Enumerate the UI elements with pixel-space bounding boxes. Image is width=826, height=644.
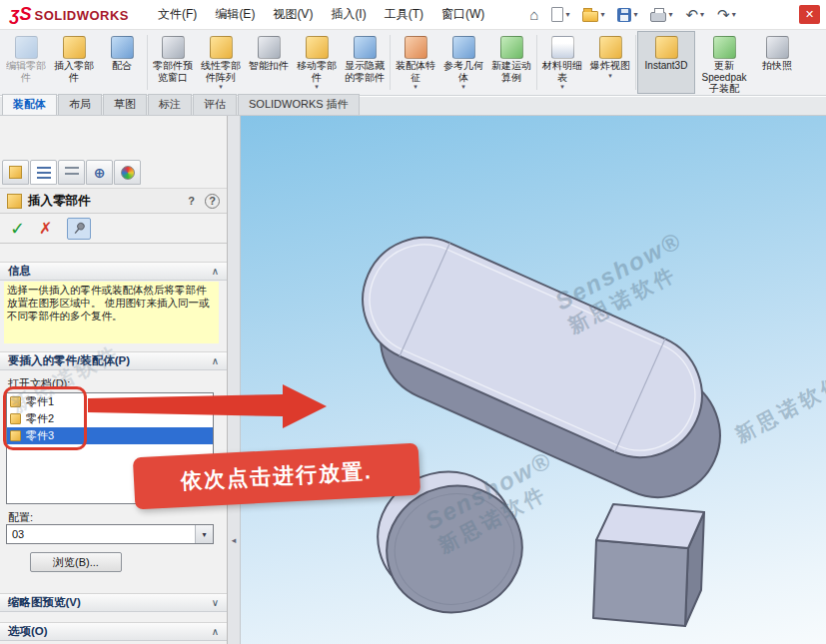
print-button[interactable]: ▾: [648, 5, 674, 24]
menu-insert[interactable]: 插入(I): [322, 0, 375, 30]
pin-help-icon[interactable]: ?: [184, 194, 199, 209]
section-label: 缩略图预览(V): [8, 595, 81, 610]
ribbon-take-snapshot-button[interactable]: 拍快照: [753, 31, 801, 94]
open-folder-icon: [582, 11, 598, 22]
ribbon-label: 显示隐藏的零部件: [343, 60, 387, 83]
solidworks-logo: ʒS SOLIDWORKS: [10, 4, 129, 25]
command-manager-ribbon: 编辑零部件 插入零部件 配合 零部件预览窗口 线性零部件阵列 ▾ 智能扣件 移动…: [0, 30, 826, 96]
chevron-down-icon: ▾: [732, 11, 736, 19]
quick-access-toolbar: ⌂ ▾ ▾ ▾ ▾ ↶ ▾ ↷: [527, 5, 737, 24]
undo-icon: ↶: [685, 7, 698, 22]
chevron-down-icon: ∨: [212, 597, 219, 608]
menu-view[interactable]: 视图(V): [264, 0, 322, 30]
help-icon[interactable]: ?: [205, 194, 220, 209]
part-icon: [10, 396, 21, 407]
menu-tools[interactable]: 工具(T): [376, 0, 432, 30]
cube-part[interactable]: [593, 504, 704, 626]
ribbon-show-hidden-components-button[interactable]: 显示隐藏的零部件: [341, 31, 389, 94]
browse-button[interactable]: 浏览(B)...: [30, 552, 122, 572]
tab-layout[interactable]: 布局: [58, 94, 102, 115]
ribbon-assembly-features-button[interactable]: 装配体特征 ▾: [392, 31, 439, 94]
ribbon-smart-fasteners-button[interactable]: 智能扣件: [245, 31, 293, 94]
chevron-down-icon: ▾: [195, 525, 213, 543]
configuration-dropdown[interactable]: 03 ▾: [6, 524, 214, 544]
feature-manager-tab[interactable]: [2, 160, 29, 185]
menu-edit[interactable]: 编辑(E): [206, 0, 264, 30]
close-button[interactable]: ✕: [799, 5, 820, 24]
ribbon-move-component-button[interactable]: 移动零部件 ▾: [293, 31, 341, 94]
ribbon-linear-component-pattern-button[interactable]: 线性零部件阵列 ▾: [197, 31, 245, 94]
section-header-message[interactable]: 信息 ∧: [0, 262, 227, 281]
dimxpert-manager-tab[interactable]: ⊕: [86, 160, 113, 185]
chevron-down-icon: ▾: [565, 11, 569, 19]
show-hidden-components-icon: [354, 36, 377, 59]
configurations-icon: [65, 167, 79, 179]
display-manager-tab[interactable]: [114, 160, 141, 185]
home-button[interactable]: ⌂: [527, 5, 540, 24]
property-manager-tab[interactable]: [30, 160, 57, 185]
ribbon-label: 爆炸视图: [590, 60, 630, 72]
chevron-down-icon: ▾: [700, 11, 704, 19]
linear-component-pattern-icon: [210, 36, 233, 59]
command-manager-tabs: 装配体 布局 草图 标注 评估 SOLIDWORKS 插件: [0, 97, 826, 116]
new-document-button[interactable]: ▾: [549, 5, 571, 24]
menu-file[interactable]: 文件(F): [149, 0, 206, 30]
menu-window[interactable]: 窗口(W): [432, 0, 493, 30]
ribbon-exploded-view-button[interactable]: 爆炸视图 ▾: [586, 31, 634, 94]
chevron-down-icon: ▾: [668, 11, 672, 19]
ribbon-reference-geometry-button[interactable]: 参考几何体 ▾: [439, 31, 487, 94]
assembly-icon: [9, 166, 22, 179]
tab-sketch[interactable]: 草图: [103, 94, 147, 115]
cancel-button[interactable]: ✗: [39, 219, 52, 238]
configuration-value: 03: [7, 528, 195, 540]
chevron-up-icon: ∧: [212, 355, 219, 366]
move-component-icon: [306, 36, 329, 59]
section-header-insert[interactable]: 要插入的零件/装配体(P) ∧: [0, 351, 227, 370]
ribbon-insert-components-button[interactable]: 插入零部件: [50, 31, 98, 94]
ribbon-separator: [147, 35, 148, 90]
undo-button[interactable]: ↶ ▾: [683, 5, 706, 24]
ribbon-separator: [390, 35, 391, 90]
ribbon-instant3d-button[interactable]: Instant3D: [637, 31, 695, 94]
document-item-part3[interactable]: 零件3: [7, 427, 213, 444]
ok-button[interactable]: ✓: [10, 218, 25, 240]
keep-visible-pin-button[interactable]: [67, 218, 91, 240]
ribbon-component-preview-window-button[interactable]: 零部件预览窗口: [149, 31, 197, 94]
component-preview-window-icon: [162, 36, 185, 59]
logo-name: SOLIDWORKS: [34, 8, 129, 23]
update-speedpak-icon: [713, 36, 736, 59]
save-button[interactable]: ▾: [615, 6, 639, 24]
ribbon-edit-component-button[interactable]: 编辑零部件: [2, 31, 50, 94]
ribbon-separator: [536, 35, 537, 90]
tab-evaluate[interactable]: 评估: [193, 94, 237, 115]
section-label: 选项(O): [8, 624, 48, 639]
panel-title: 插入零部件: [28, 193, 91, 210]
ribbon-label: 插入零部件: [52, 60, 96, 83]
tab-solidworks-addins[interactable]: SOLIDWORKS 插件: [238, 94, 360, 115]
tab-assembly[interactable]: 装配体: [2, 94, 57, 115]
section-header-options[interactable]: 选项(O) ∧: [0, 622, 227, 641]
ribbon-update-speedpak-button[interactable]: 更新 Speedpak 子装配: [695, 31, 753, 94]
configuration-manager-tab[interactable]: [58, 160, 85, 185]
insert-component-icon: [7, 194, 22, 209]
section-header-thumbnail[interactable]: 缩略图预览(V) ∨: [0, 593, 227, 612]
model-view: [241, 116, 826, 644]
chevron-down-icon: ▾: [560, 84, 564, 90]
document-item-part1[interactable]: 零件1: [7, 393, 213, 410]
ribbon-new-motion-study-button[interactable]: 新建运动算例: [487, 31, 535, 94]
document-item-part2[interactable]: 零件2: [7, 410, 213, 427]
document-label: 零件3: [26, 428, 54, 443]
panel-splitter[interactable]: ◂: [228, 116, 241, 644]
color-wheel-icon: [121, 166, 135, 180]
tab-annotation[interactable]: 标注: [148, 94, 192, 115]
redo-button[interactable]: ↷ ▾: [715, 5, 738, 24]
redo-icon: ↷: [717, 7, 730, 22]
configuration-label: 配置:: [8, 510, 33, 525]
ribbon-bill-of-materials-button[interactable]: 材料明细表 ▾: [538, 31, 586, 94]
chevron-up-icon: ∧: [212, 626, 219, 637]
graphics-area[interactable]: Senshow® 新思诺软件 Senshow® 新思诺软件 新思诺软件: [241, 116, 826, 644]
ribbon-label: 更新 Speedpak 子装配: [697, 60, 751, 95]
ribbon-mate-button[interactable]: 配合: [98, 31, 146, 94]
open-document-button[interactable]: ▾: [580, 6, 606, 24]
chevron-down-icon: ▾: [413, 84, 417, 90]
